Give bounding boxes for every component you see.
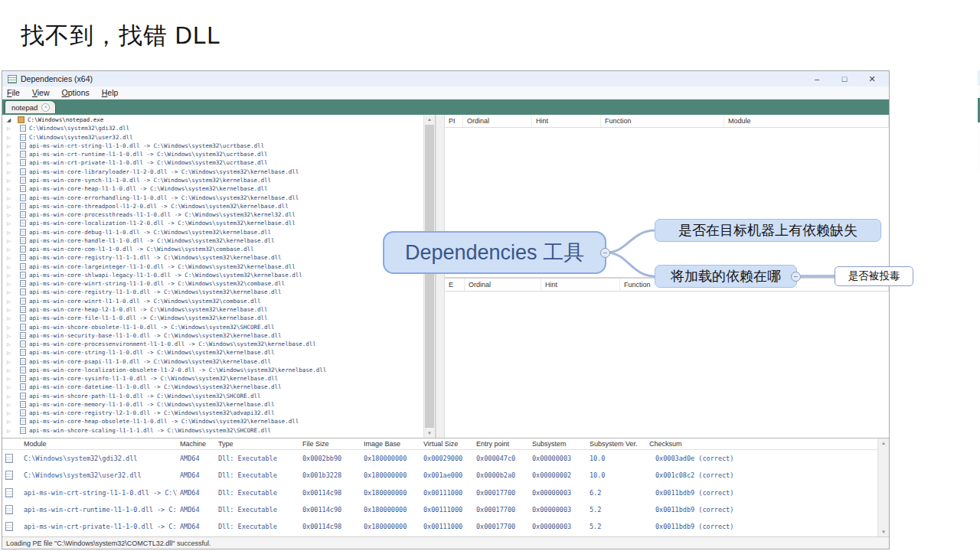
menu-options[interactable]: Options	[62, 88, 90, 97]
tree-collapsed-icon[interactable]: ▷	[5, 333, 12, 338]
tree-collapsed-icon[interactable]: ▷	[5, 246, 12, 252]
tree-item[interactable]: ▷api-ms-win-core-com-l1-1-0.dll -> C:\Wi…	[2, 245, 423, 253]
tree-item[interactable]: ▷api-ms-win-core-sysinfo-l1-1-0.dll -> C…	[2, 374, 423, 383]
tree-item[interactable]: ▷api-ms-win-core-string-l1-1-0.dll -> C:…	[2, 348, 423, 357]
tree-item[interactable]: ▷C:\Windows\system32\gdi32.dll	[2, 124, 423, 132]
column-header-machine[interactable]: Machine	[177, 440, 215, 448]
tree-item[interactable]: ▷api-ms-win-core-registry-l2-1-0.dll -> …	[2, 409, 423, 417]
tree-collapsed-icon[interactable]: ▷	[5, 359, 12, 364]
table-row[interactable]: api-ms-win-crt-runtime-l1-1-0.dll -> C:\…	[2, 501, 877, 518]
tree-item[interactable]: ▷api-ms-win-core-libraryloader-l1-2-0.dl…	[2, 168, 423, 176]
panel-splitter[interactable]	[436, 115, 445, 438]
column-header-hint[interactable]: Hint	[532, 115, 601, 127]
maximize-button[interactable]: □	[831, 72, 858, 86]
tree-item[interactable]: ▷C:\Windows\system32\user32.dll	[2, 133, 423, 142]
minimize-button[interactable]: –	[803, 72, 831, 86]
column-header-entry-point[interactable]: Entry point	[473, 440, 529, 448]
column-header-file-size[interactable]: File Size	[299, 440, 361, 448]
tree-collapsed-icon[interactable]: ▷	[5, 169, 12, 174]
tree-collapsed-icon[interactable]: ▷	[5, 220, 12, 226]
tree-item[interactable]: ▷api-ms-win-core-heap-l2-1-0.dll -> C:\W…	[2, 305, 423, 314]
tree-item[interactable]: ▷api-ms-win-core-synch-l1-1-0.dll -> C:\…	[2, 176, 423, 184]
column-header-type[interactable]: Type	[215, 440, 299, 448]
tree-item[interactable]: ▷api-ms-win-core-registry-l1-1-1.dll -> …	[2, 253, 423, 262]
table-row[interactable]: C:\Windows\system32\user32.dllAMD64Dll: …	[2, 467, 877, 484]
mindmap-node-dependencies-tool[interactable]: Dependencies 工具	[383, 231, 606, 274]
tree-item[interactable]: ▷api-ms-win-core-winrt-l1-1-0.dll -> C:\…	[2, 297, 423, 305]
tree-item[interactable]: ▷api-ms-win-core-localization-obsolete-l…	[2, 366, 423, 374]
table-row[interactable]: C:\Windows\system32\gdi32.dllAMD64Dll: E…	[2, 450, 877, 467]
menu-view[interactable]: View	[32, 88, 50, 97]
tree-collapsed-icon[interactable]: ▷	[5, 324, 12, 330]
tree-collapsed-icon[interactable]: ▷	[5, 376, 12, 381]
column-header-module[interactable]: Module	[16, 440, 177, 448]
tree-collapsed-icon[interactable]: ▷	[5, 272, 12, 278]
tree-collapsed-icon[interactable]: ▷	[5, 298, 12, 304]
tree-item[interactable]: ▷api-ms-win-crt-string-l1-1-0.dll -> C:\…	[2, 142, 423, 150]
tree-item[interactable]: ▷api-ms-win-core-shlwapi-legacy-l1-1-0.d…	[2, 271, 423, 279]
tree-collapsed-icon[interactable]: ▷	[5, 350, 12, 355]
column-header-function[interactable]: Function	[601, 115, 724, 127]
menu-file[interactable]: File	[7, 88, 20, 97]
tree-collapsed-icon[interactable]: ▷	[5, 238, 12, 243]
tree-collapsed-icon[interactable]: ▷	[5, 186, 12, 191]
tree-item[interactable]: ▷api-ms-win-core-winrt-string-l1-1-0.dll…	[2, 279, 423, 288]
tree-item[interactable]: ▷api-ms-win-security-base-l1-1-0.dll -> …	[2, 331, 423, 340]
column-header-module[interactable]: Module	[724, 115, 889, 127]
tree-item[interactable]: ▷api-ms-win-core-memory-l1-1-0.dll -> C:…	[2, 400, 423, 409]
tree-item[interactable]: ▷api-ms-win-crt-runtime-l1-1-0.dll -> C:…	[2, 150, 423, 158]
tree-collapsed-icon[interactable]: ▷	[5, 178, 12, 183]
scroll-down-icon[interactable]: ▼	[878, 527, 889, 536]
column-header-image-base[interactable]: Image Base	[361, 440, 420, 448]
tree-collapsed-icon[interactable]: ▷	[5, 428, 12, 433]
tree-collapsed-icon[interactable]: ▷	[5, 341, 12, 347]
close-button[interactable]: ✕	[858, 72, 886, 86]
tree-collapsed-icon[interactable]: ▷	[5, 315, 12, 321]
tree-item[interactable]: ▷api-ms-win-core-psapi-l1-1-0.dll -> C:\…	[2, 357, 423, 365]
tree-collapsed-icon[interactable]: ▷	[5, 384, 12, 390]
scroll-up-icon[interactable]: ▲	[424, 115, 435, 124]
column-header-ordinal[interactable]: Ordinal	[463, 115, 532, 127]
tree-item[interactable]: ▷api-ms-win-core-heap-l1-1-0.dll -> C:\W…	[2, 184, 423, 193]
tab-close-icon[interactable]: ×	[41, 103, 50, 112]
tree-item[interactable]: ▷api-ms-win-core-debug-l1-1-0.dll -> C:\…	[2, 227, 423, 236]
tree-collapsed-icon[interactable]: ▷	[5, 212, 12, 217]
exports-list-body[interactable]	[445, 292, 889, 438]
tree-collapsed-icon[interactable]: ▷	[5, 307, 12, 312]
tab-notepad[interactable]: notepad ×	[5, 100, 56, 113]
tree-collapsed-icon[interactable]: ▷	[5, 135, 12, 140]
tree-collapsed-icon[interactable]: ▷	[5, 126, 12, 131]
tree-collapsed-icon[interactable]: ▷	[5, 367, 12, 373]
scroll-down-icon[interactable]: ▼	[424, 429, 435, 438]
table-row[interactable]: api-ms-win-core-libraryloader-l1-2-0.dll…	[2, 535, 877, 536]
table-row[interactable]: api-ms-win-crt-private-l1-1-0.dll -> C:\…	[2, 518, 877, 535]
tree-item[interactable]: ▷api-ms-win-crt-private-l1-1-0.dll -> C:…	[2, 158, 423, 167]
mindmap-node-missing-deps[interactable]: 是否在目标机器上有依赖缺失	[655, 219, 881, 242]
tree-collapsed-icon[interactable]: ▷	[5, 393, 12, 399]
tree-collapsed-icon[interactable]: ▷	[5, 289, 12, 295]
tree-item[interactable]: ◢C:\Windows\notepad.exe	[2, 116, 423, 124]
tree-collapsed-icon[interactable]: ▷	[5, 143, 12, 148]
tree-collapsed-icon[interactable]: ▷	[5, 410, 12, 416]
tree-vertical-scrollbar[interactable]: ▲ ▼	[423, 115, 435, 438]
tree-collapsed-icon[interactable]: ▷	[5, 419, 12, 424]
mindmap-node-poisoned[interactable]: 是否被投毒	[835, 266, 913, 286]
column-header-virtual-size[interactable]: Virtual Size	[420, 440, 473, 448]
column-header-hint[interactable]: Hint	[541, 279, 620, 291]
column-header-subsystem-ver-[interactable]: Subsystem Ver.	[586, 440, 646, 448]
column-header-ordinal[interactable]: Ordinal	[465, 279, 541, 291]
title-bar[interactable]: Dependencies (x64) – □ ✕	[2, 71, 889, 86]
tree-item[interactable]: ▷api-ms-win-shcore-obsolete-l1-1-0.dll -…	[2, 322, 423, 331]
tree-collapsed-icon[interactable]: ▷	[5, 402, 12, 407]
tree-item[interactable]: ▷api-ms-win-core-heap-obsolete-l1-1-0.dl…	[2, 417, 423, 425]
tree-item[interactable]: ▷api-ms-win-core-processthreads-l1-1-0.d…	[2, 210, 423, 219]
tree-item[interactable]: ▷api-ms-win-core-localization-l1-2-0.dll…	[2, 219, 423, 227]
tree-expanded-icon[interactable]: ◢	[5, 117, 12, 123]
collapse-icon[interactable]: −	[791, 272, 801, 282]
tree-item[interactable]: ▷api-ms-win-core-errorhandling-l1-1-0.dl…	[2, 193, 423, 201]
tree-item[interactable]: ▷api-ms-win-core-processenvironment-l1-1…	[2, 340, 423, 348]
tree-item[interactable]: ▷api-ms-win-core-threadpool-l1-2-0.dll -…	[2, 202, 423, 210]
modules-vertical-scrollbar[interactable]: ▲ ▼	[877, 439, 889, 536]
tree-collapsed-icon[interactable]: ▷	[5, 281, 12, 286]
column-header-e[interactable]: E	[445, 279, 465, 291]
